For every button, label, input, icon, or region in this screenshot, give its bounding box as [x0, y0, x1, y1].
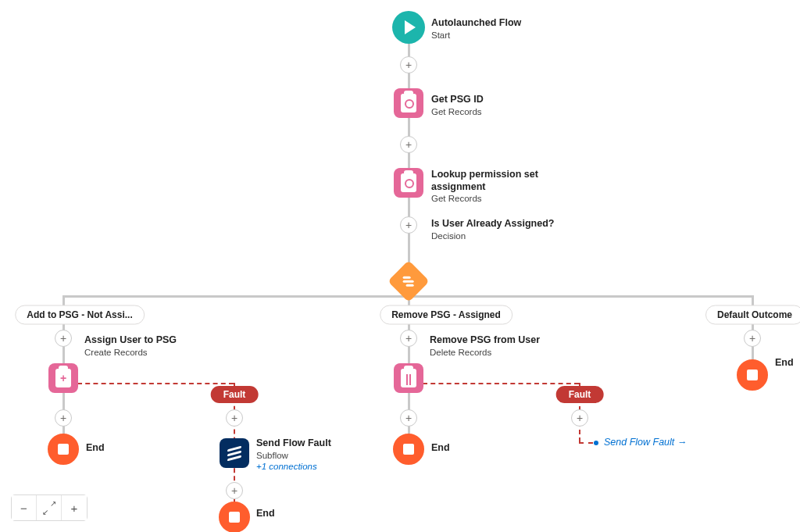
- zoom-toolbar: − +: [11, 495, 88, 521]
- end-node: [393, 434, 424, 465]
- subflow-icon: [220, 438, 249, 468]
- node-title: Assign User to PSG: [84, 334, 177, 347]
- subflow-node[interactable]: [220, 438, 249, 468]
- node-title: Send Flow Fault: [256, 437, 331, 450]
- flow-canvas[interactable]: + + + + + + + + + + + Autolaunched Flow …: [0, 0, 800, 532]
- end-label: End: [775, 357, 794, 370]
- add-element-button[interactable]: +: [571, 409, 588, 427]
- add-element-button[interactable]: +: [400, 136, 417, 153]
- zoom-out-button[interactable]: −: [12, 495, 37, 520]
- clipboard-trash-icon: [394, 363, 423, 393]
- node-subtitle: Subflow: [256, 450, 331, 461]
- connections-link[interactable]: +1 connections: [256, 461, 331, 472]
- node-subtitle: Start: [431, 30, 521, 41]
- clipboard-search-icon: [394, 88, 423, 118]
- node-subtitle: Get Records: [431, 193, 564, 204]
- node-title: Lookup permission set assignment: [431, 169, 564, 193]
- outcome-label[interactable]: Add to PSG - Not Assi...: [15, 305, 145, 325]
- outcome-label[interactable]: Default Outcome: [705, 305, 800, 325]
- fit-to-screen-button[interactable]: [37, 495, 62, 520]
- add-element-button[interactable]: +: [400, 409, 417, 427]
- node-title: Autolaunched Flow: [431, 17, 521, 30]
- create-records-node[interactable]: [48, 363, 78, 393]
- clipboard-plus-icon: [48, 363, 78, 393]
- goto-marker: [594, 441, 598, 445]
- add-element-button[interactable]: +: [226, 409, 243, 427]
- start-node[interactable]: [392, 11, 425, 44]
- node-subtitle: Decision: [431, 230, 554, 241]
- fault-connector: [579, 442, 593, 444]
- decision-icon: [388, 260, 430, 302]
- node-title: Is User Already Assigned?: [431, 218, 554, 230]
- add-element-button[interactable]: +: [55, 409, 72, 427]
- end-node: [219, 502, 250, 532]
- add-element-button[interactable]: +: [400, 216, 417, 234]
- node-title: Remove PSG from User: [430, 334, 540, 347]
- get-records-node[interactable]: [394, 168, 423, 198]
- end-node: [737, 359, 768, 391]
- clipboard-search-icon: [394, 168, 423, 198]
- fault-connector: [77, 383, 234, 384]
- node-title: Get PSG ID: [431, 94, 484, 106]
- goto-link[interactable]: Send Flow Fault: [604, 437, 687, 448]
- outcome-label[interactable]: Remove PSG - Assigned: [380, 305, 512, 325]
- delete-records-node[interactable]: [394, 363, 423, 393]
- add-element-button[interactable]: +: [744, 330, 761, 347]
- add-element-button[interactable]: +: [226, 482, 243, 499]
- expand-icon: [44, 502, 55, 513]
- node-subtitle: Delete Records: [430, 347, 540, 358]
- node-subtitle: Get Records: [431, 106, 484, 117]
- end-node: [48, 434, 79, 465]
- fault-label[interactable]: Fault: [211, 386, 259, 403]
- add-element-button[interactable]: +: [400, 56, 417, 73]
- connector: [408, 39, 410, 281]
- get-records-node[interactable]: [394, 88, 423, 118]
- node-subtitle: Create Records: [84, 347, 177, 358]
- fault-connector: [423, 383, 579, 384]
- end-label: End: [86, 442, 105, 455]
- add-element-button[interactable]: +: [400, 330, 417, 347]
- play-icon: [392, 11, 425, 44]
- add-element-button[interactable]: +: [55, 330, 72, 347]
- end-label: End: [256, 508, 275, 520]
- decision-node[interactable]: [394, 266, 423, 296]
- zoom-in-button[interactable]: +: [62, 495, 87, 520]
- end-label: End: [431, 442, 450, 455]
- fault-label[interactable]: Fault: [556, 386, 604, 403]
